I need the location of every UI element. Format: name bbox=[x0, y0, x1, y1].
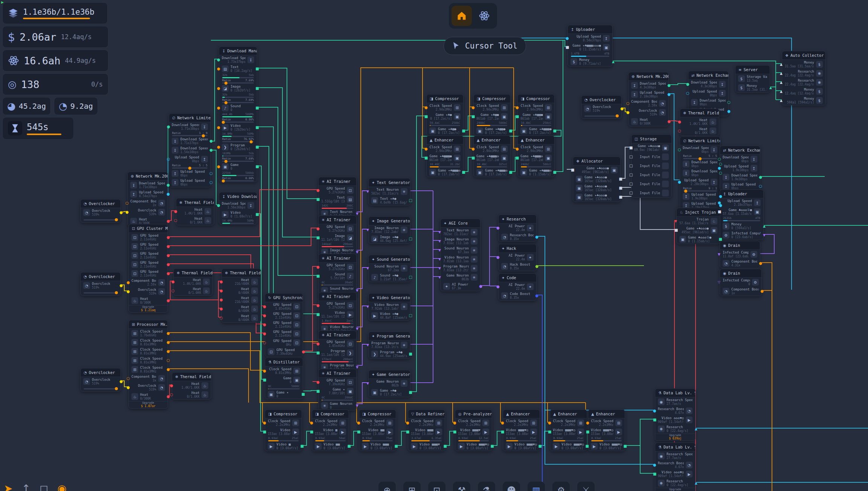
port-in[interactable]: ▽ bbox=[718, 281, 720, 284]
ratio-slider[interactable]: Ratio7.69% bbox=[219, 98, 257, 103]
port-in[interactable]: ▼ bbox=[674, 220, 677, 223]
node-canvas[interactable]: ↧Download Manager●Download Speed1.73e37b… bbox=[0, 0, 868, 491]
port-in[interactable]: ▼ bbox=[438, 267, 441, 270]
port-out[interactable]: ■ bbox=[509, 170, 513, 174]
port-out[interactable]: ■ bbox=[586, 444, 589, 448]
port-in[interactable]: ● bbox=[678, 180, 681, 184]
port-in[interactable]: ○ bbox=[125, 201, 129, 205]
node-ai-trainer-game[interactable]: ✳AI Trainer●GPU Speed7.39e4GHz⊡■Game ✦7.… bbox=[318, 369, 357, 410]
port-out[interactable]: ● bbox=[209, 139, 213, 143]
node-agi-core[interactable]: ✦AGI Core▼Text Neuron782ac [1.31ac/s]✳▼I… bbox=[440, 219, 481, 291]
port-out[interactable]: ● bbox=[760, 289, 764, 293]
port-out[interactable]: ○ bbox=[759, 184, 762, 188]
port-in[interactable]: ● bbox=[496, 285, 500, 289]
mining-tool-button[interactable]: ⚒ bbox=[453, 482, 470, 491]
node-data-refiner[interactable]: ▽Data Refiner●Clock Speed2.2e3MHz⊞■Video… bbox=[408, 409, 445, 451]
port-in[interactable]: ● bbox=[586, 421, 589, 425]
port-out[interactable]: ▲ bbox=[695, 427, 697, 431]
port-out[interactable]: ● bbox=[535, 235, 538, 239]
port-out[interactable]: ● bbox=[620, 107, 624, 111]
node-processor[interactable]: ⊞Processor Mk.103⊞Clock Speed1.76e6GHz●⊞… bbox=[128, 320, 168, 409]
ratio-slider[interactable]: Ratio1 : 9 bbox=[169, 131, 211, 137]
node-network-exchanger-2[interactable]: ⇄Network Exchanger○Download Speed0bps↧●U… bbox=[720, 146, 760, 191]
port-in[interactable]: ● bbox=[217, 204, 220, 207]
port-in[interactable]: ● bbox=[167, 125, 170, 129]
port-in[interactable]: ● bbox=[220, 298, 223, 302]
node-video-generator[interactable]: ✦Video Generator▼Video Neuron7.92ab [13.… bbox=[368, 293, 410, 321]
port-out[interactable]: ■ bbox=[619, 195, 622, 199]
port-out[interactable]: □ bbox=[409, 275, 412, 279]
node-compressor-b3[interactable]: ◨Compressor●Clock Speed2.2e3MHz⊞■Video ▩… bbox=[359, 409, 396, 451]
port-in[interactable]: ● bbox=[471, 147, 475, 151]
port-in[interactable]: ● bbox=[453, 421, 456, 425]
port-in[interactable]: ■ bbox=[653, 418, 656, 422]
node-pre-analyzer[interactable]: ◎Pre-analyzer●Clock Speed2.2e3MHz⊞■Video… bbox=[455, 409, 492, 451]
node-compressor-t3[interactable]: ◨Compressor●Clock Speed2.94e3MHz⊞■Game ✦… bbox=[517, 94, 555, 136]
port-out[interactable]: □ bbox=[409, 314, 412, 318]
node-overclocker-4[interactable]: ◔Overclocker◔Overclock519%● bbox=[581, 95, 622, 119]
node-game-generator[interactable]: ✦Game Generator▼Game Neuron862b✳▣Game ✦♣… bbox=[368, 370, 410, 397]
node-enhancer-t3[interactable]: ▲Enhancer●Clock Speed2.94e3MHz⊞■Game ✦♣▩… bbox=[517, 135, 555, 177]
port-in[interactable]: ■ bbox=[586, 430, 589, 434]
network-tool-button[interactable]: ⊕ bbox=[378, 482, 396, 491]
port-in[interactable]: ● bbox=[496, 255, 500, 259]
port-in[interactable]: ○ bbox=[678, 129, 681, 133]
port-in[interactable]: ● bbox=[424, 106, 428, 109]
node-thermal-fg-1[interactable]: ❄Thermal Field Generator●Heat1.4K/1.6KK♨… bbox=[176, 198, 214, 225]
port-out[interactable]: ● bbox=[166, 341, 170, 344]
port-out[interactable]: □ bbox=[409, 237, 412, 241]
port-in[interactable]: ● bbox=[406, 421, 409, 425]
node-enhancer-b3[interactable]: ▲Enhancer●Clock Speed2.2e3MHz⊞■Video ▩▩▩… bbox=[588, 409, 625, 451]
port-out[interactable]: ▲ bbox=[769, 86, 772, 90]
ratio-slider[interactable]: Ratio0.00% bbox=[219, 118, 257, 123]
port-out[interactable]: ● bbox=[166, 192, 170, 196]
ratio-slider[interactable] bbox=[81, 290, 121, 295]
port-in[interactable]: ■ bbox=[674, 228, 678, 232]
node-enhancer-b1[interactable]: ▲Enhancer●Clock Speed2.2e3MHz⊞■Video ▩▩▩… bbox=[503, 409, 540, 451]
port-in[interactable]: ● bbox=[316, 304, 320, 307]
node-compressor-t1[interactable]: ◨Compressor●Clock Speed2.94e3MHz⊞■Game ✦… bbox=[426, 94, 464, 136]
port-out[interactable]: ■ bbox=[301, 444, 304, 448]
port-in[interactable]: ■ bbox=[316, 389, 320, 393]
port-in[interactable]: ■ bbox=[316, 351, 320, 355]
port-in[interactable]: ● bbox=[718, 201, 721, 205]
ratio-slider[interactable] bbox=[81, 386, 121, 391]
port-out[interactable]: ▼ bbox=[356, 212, 358, 216]
upgrade-button[interactable]: Upgrade$ 639aj bbox=[655, 488, 695, 491]
port-in[interactable]: ■ bbox=[424, 115, 428, 119]
port-out[interactable]: ■ bbox=[256, 87, 259, 90]
port-in[interactable]: ● bbox=[217, 67, 220, 71]
port-out[interactable]: ■ bbox=[509, 129, 513, 133]
node-data-lab-1[interactable]: ⚗Data Lab Lv. 94◉Research Speed27.7ae/s●… bbox=[655, 388, 696, 441]
port-in[interactable]: ● bbox=[217, 165, 220, 169]
research-button[interactable] bbox=[474, 6, 494, 26]
port-in[interactable]: ● bbox=[316, 227, 320, 231]
port-in[interactable]: ○ bbox=[171, 289, 175, 293]
port-in[interactable]: ● bbox=[220, 307, 223, 311]
node-network-limiter-1[interactable]: ∅Network Limiter●Download Speed1.71e38bp… bbox=[169, 113, 211, 187]
port-out[interactable]: ● bbox=[166, 254, 170, 257]
port-out[interactable]: ■ bbox=[256, 213, 259, 216]
port-in[interactable]: ○ bbox=[174, 219, 177, 222]
port-in[interactable]: ■ bbox=[548, 430, 551, 434]
port-out[interactable]: ● bbox=[667, 84, 671, 87]
data-tool-button[interactable]: ▥ bbox=[528, 482, 545, 491]
port-out[interactable]: ▼ bbox=[356, 327, 358, 331]
port-out[interactable]: ■ bbox=[409, 391, 412, 394]
upgrade-button[interactable]: Upgrade$ 1.21aq bbox=[129, 305, 168, 312]
port-in[interactable]: ● bbox=[127, 386, 130, 389]
node-overclocker-2[interactable]: ◔Overclocker◔Overclock519%● bbox=[80, 272, 121, 296]
port-in[interactable]: ● bbox=[653, 463, 656, 467]
port-in[interactable]: ■ bbox=[263, 430, 266, 434]
port-in[interactable]: ● bbox=[170, 384, 173, 388]
port-out[interactable]: ■ bbox=[619, 177, 622, 181]
port-in[interactable]: ▼ bbox=[438, 249, 441, 252]
port-out[interactable]: ● bbox=[166, 368, 170, 371]
port-out[interactable]: ● bbox=[535, 294, 538, 298]
port-out[interactable]: ■ bbox=[462, 129, 465, 133]
node-uploader-top[interactable]: ↥Uploader●Upload Speed8.54e37bps↥■Game ✦… bbox=[567, 25, 613, 67]
node-text-generator[interactable]: ✦Text Generator▼Text Neuron502ac [1.31ac… bbox=[368, 178, 410, 205]
node-ai-trainer-sound[interactable]: ✳AI Trainer●GPU Speed5.27e3GHz⊡■Sound5.5… bbox=[318, 254, 357, 295]
port-out[interactable]: ■ bbox=[256, 67, 259, 71]
port-in[interactable]: ▼ bbox=[366, 305, 369, 309]
